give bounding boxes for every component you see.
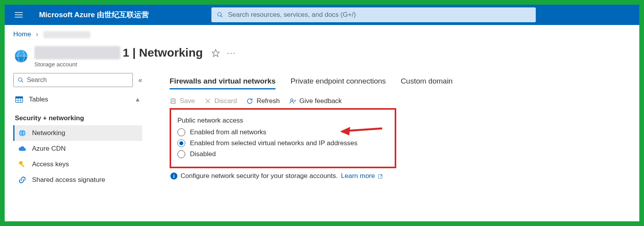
svg-rect-1	[15, 14, 23, 15]
menu-search-input[interactable]	[27, 77, 129, 84]
link-icon	[18, 176, 27, 184]
sidebar-item-label: Shared access signature	[32, 176, 105, 184]
more-actions-button[interactable]: ···	[227, 48, 236, 57]
tab-custom-domain[interactable]: Custom domain	[401, 75, 453, 89]
annotation-arrow-icon	[340, 124, 383, 136]
highlight-box: Public network access Enabled from all n…	[170, 108, 396, 168]
svg-rect-2	[15, 17, 23, 18]
key-icon	[18, 160, 27, 169]
collapse-menu-button[interactable]: «	[138, 76, 142, 84]
resource-menu: « Tables ▲ Security + networking Network…	[13, 73, 142, 188]
brand-label: Microsoft Azure 由世纪互联运营	[39, 10, 149, 20]
tables-icon	[15, 95, 23, 104]
svg-line-30	[380, 174, 382, 176]
search-icon	[18, 77, 24, 83]
radio-label: Enabled from all networks	[190, 128, 267, 136]
svg-line-4	[221, 16, 222, 17]
command-bar: Save Discard Refresh Give feedback	[170, 97, 631, 105]
sidebar-item-label: Access keys	[32, 160, 69, 168]
resource-type-label: Storage account	[34, 61, 203, 68]
svg-rect-20	[21, 164, 24, 167]
global-search-input[interactable]	[228, 11, 530, 19]
resource-name-redacted	[34, 46, 120, 59]
app-window: Microsoft Azure 由世纪互联运营 Home › 1 | Netwo…	[5, 5, 639, 221]
sidebar-item-label: Azure CDN	[32, 145, 66, 153]
svg-line-10	[21, 81, 23, 82]
close-icon	[204, 98, 211, 105]
sidebar-item-tables[interactable]: Tables	[13, 92, 53, 107]
breadcrumb-home[interactable]: Home	[13, 30, 31, 38]
svg-point-9	[18, 78, 22, 81]
info-icon: i	[170, 173, 177, 180]
radio-option-selected-networks[interactable]: Enabled from selected virtual networks a…	[177, 139, 388, 147]
radio-label: Enabled from selected virtual networks a…	[190, 139, 358, 147]
svg-rect-23	[172, 101, 175, 103]
svg-point-3	[218, 12, 221, 16]
tab-private-endpoint[interactable]: Private endpoint connections	[290, 75, 386, 89]
global-search[interactable]	[211, 7, 536, 22]
svg-rect-22	[172, 99, 174, 100]
sidebar-item-label: Networking	[32, 129, 65, 137]
sidebar-group-security: Security + networking	[13, 107, 142, 125]
info-text: Configure network security for your stor…	[181, 172, 338, 180]
menu-search[interactable]	[13, 73, 133, 87]
hamburger-icon	[15, 11, 23, 19]
svg-rect-12	[16, 97, 23, 99]
sidebar-item-access-keys[interactable]: Access keys	[13, 157, 142, 172]
radio-icon	[177, 139, 185, 147]
discard-button[interactable]: Discard	[204, 97, 237, 105]
scroll-up-icon[interactable]: ▲	[134, 96, 141, 103]
search-icon	[217, 12, 223, 18]
main-content: Firewalls and virtual networks Private e…	[142, 73, 631, 188]
external-link-icon	[377, 174, 383, 179]
learn-more-link[interactable]: Learn more	[341, 172, 383, 180]
sidebar-item-azure-cdn[interactable]: Azure CDN	[13, 141, 142, 157]
radio-label: Disabled	[190, 150, 216, 158]
save-button[interactable]: Save	[170, 97, 195, 105]
sidebar-item-label: Tables	[29, 96, 48, 103]
svg-marker-28	[340, 127, 350, 135]
favorite-star-icon[interactable]	[211, 49, 220, 57]
breadcrumb: Home ›	[5, 25, 639, 41]
feedback-icon	[289, 98, 296, 105]
breadcrumb-resource-redacted	[43, 31, 90, 38]
radio-icon	[177, 128, 185, 136]
radio-option-disabled[interactable]: Disabled	[177, 150, 388, 158]
save-icon	[170, 98, 177, 105]
svg-rect-0	[15, 12, 23, 13]
svg-point-26	[291, 99, 293, 101]
svg-line-27	[348, 128, 382, 131]
section-title: Public network access	[177, 117, 388, 125]
refresh-button[interactable]: Refresh	[246, 97, 280, 105]
top-bar: Microsoft Azure 由世纪互联运营	[5, 5, 639, 25]
svg-point-19	[19, 161, 23, 165]
globe-icon	[18, 129, 27, 137]
info-message: i Configure network security for your st…	[170, 172, 631, 180]
tab-bar: Firewalls and virtual networks Private e…	[170, 75, 631, 89]
refresh-icon	[246, 98, 253, 105]
svg-marker-8	[212, 49, 219, 56]
chevron-right-icon: ›	[36, 30, 38, 38]
storage-account-icon	[13, 48, 29, 64]
page-title: 1 | Networking	[34, 46, 203, 59]
radio-icon	[177, 150, 185, 158]
tab-firewalls[interactable]: Firewalls and virtual networks	[170, 75, 275, 89]
feedback-button[interactable]: Give feedback	[289, 97, 342, 105]
sidebar-item-networking[interactable]: Networking	[13, 125, 142, 141]
page-header: 1 | Networking Storage account ···	[5, 41, 639, 71]
hamburger-button[interactable]	[10, 6, 27, 23]
sidebar-item-sas[interactable]: Shared access signature	[13, 172, 142, 188]
cloud-icon	[18, 144, 27, 153]
